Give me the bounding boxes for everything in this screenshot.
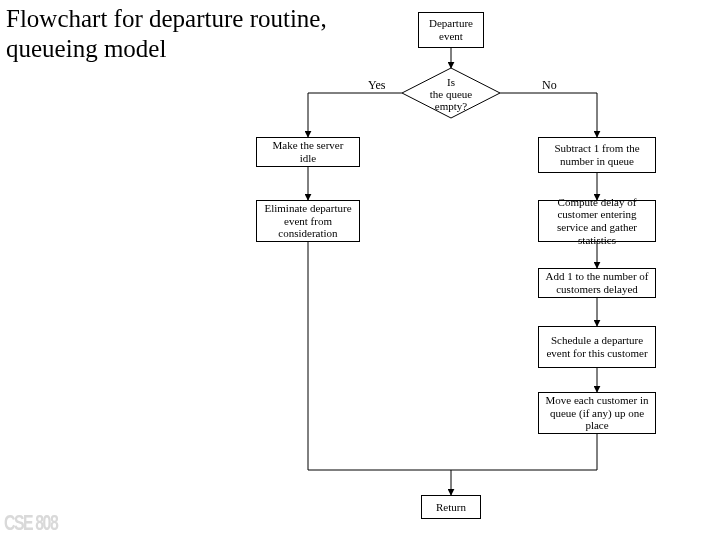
node-subtract-one: Subtract 1 from the number in queue — [538, 137, 656, 173]
decision-line-2: the queue — [430, 88, 472, 100]
node-eliminate-departure: Eliminate departure event from considera… — [256, 200, 360, 242]
node-make-idle: Make the server idle — [256, 137, 360, 167]
node-start: Departure event — [418, 12, 484, 48]
page-title: Flowchart for departure routine, queuein… — [6, 4, 376, 63]
node-decision: Is the queue empty? — [415, 76, 487, 112]
node-return: Return — [421, 495, 481, 519]
edge-label-yes: Yes — [368, 78, 385, 93]
node-compute-delay: Compute delay of customer entering servi… — [538, 200, 656, 242]
node-schedule-departure: Schedule a departure event for this cust… — [538, 326, 656, 368]
decision-line-3: empty? — [435, 100, 467, 112]
edge-label-no: No — [542, 78, 557, 93]
decision-line-1: Is — [447, 76, 455, 88]
node-move-queue: Move each customer in queue (if any) up … — [538, 392, 656, 434]
footer-course-code: CSE 808 — [4, 510, 57, 536]
node-add-one-delayed: Add 1 to the number of customers delayed — [538, 268, 656, 298]
